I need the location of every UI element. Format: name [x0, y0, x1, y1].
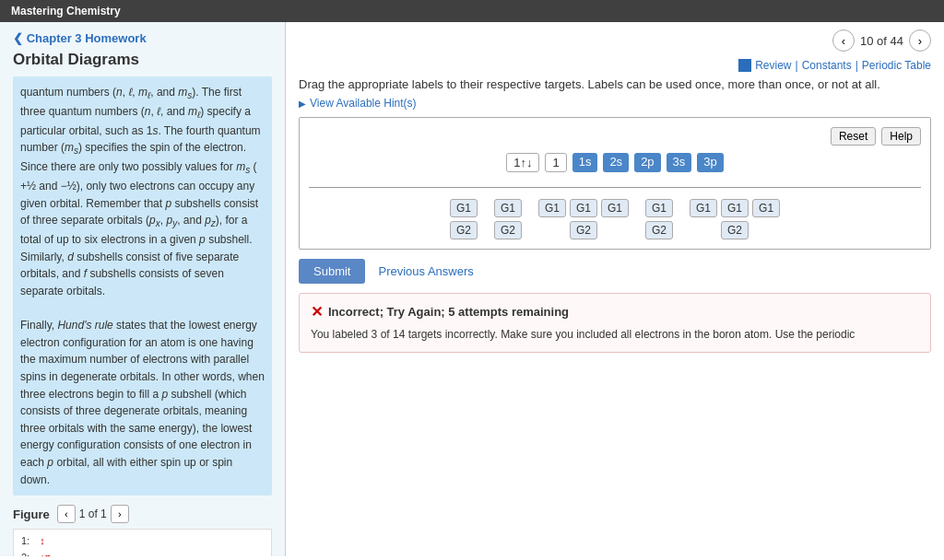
chapter-link[interactable]: Chapter 3 Homework [13, 31, 272, 45]
right-panel: ‹ 10 of 44 › Review | Constants | Period… [286, 22, 944, 556]
drop-col-1: G1 G2 [450, 199, 478, 239]
content-text: quantum numbers (n, ℓ, mℓ, and ms). The … [13, 76, 272, 496]
figure-row: 1: ↕ [21, 533, 264, 550]
right-top-bar: ‹ 10 of 44 › [299, 29, 931, 52]
submit-row: Submit Previous Answers [299, 259, 931, 284]
drop-box-g2-3[interactable]: G2 [570, 221, 597, 239]
pagination: ‹ 10 of 44 › [832, 29, 931, 52]
drag-top-btns: Reset Help [309, 127, 921, 146]
drop-box-g2-1[interactable]: G2 [450, 221, 478, 239]
drop-box-g2-5[interactable]: G2 [721, 221, 749, 239]
figure-header: Figure ‹ 1 of 1 › [13, 505, 272, 523]
label-chip-1s[interactable]: 1s [572, 153, 598, 172]
drop-box-g1-3c[interactable]: G1 [601, 199, 629, 217]
drop-box-g1-3a[interactable]: G1 [538, 199, 566, 217]
drag-area: Reset Help 1↑↓ 1 1s 2s 2p 3s 3p G1 G2 [299, 117, 931, 250]
hint-link-text: View Available Hint(s) [310, 97, 417, 110]
drop-col-5-g1-row: G1 G1 G1 [690, 199, 780, 217]
drop-col-4: G1 G2 [645, 199, 673, 239]
drop-col-3-g2-row: G2 [570, 221, 597, 239]
error-box: ✕ Incorrect; Try Again; 5 attempts remai… [299, 293, 931, 353]
review-link[interactable]: Review [755, 59, 791, 72]
submit-button[interactable]: Submit [299, 259, 365, 284]
labels-row: 1↑↓ 1 1s 2s 2p 3s 3p [309, 153, 921, 172]
drop-col-3-g1-row: G1 G1 G1 [538, 199, 629, 217]
help-button[interactable]: Help [881, 127, 921, 146]
review-links: Review | Constants | Periodic Table [738, 59, 931, 72]
drop-area: G1 G2 G1 G2 G1 G1 G1 G2 [309, 187, 921, 239]
label-chip-1l[interactable]: 1↑↓ [506, 153, 539, 172]
drop-box-g1-5a[interactable]: G1 [690, 199, 717, 217]
figure-nav: ‹ 1 of 1 › [57, 505, 129, 523]
top-bar: Mastering Chemistry [0, 0, 944, 22]
drop-box-g1-1[interactable]: G1 [450, 199, 478, 217]
constants-link[interactable]: Constants [802, 59, 852, 72]
label-chip-3p[interactable]: 3p [697, 153, 723, 172]
figure-row: 2: ↕p [21, 550, 264, 556]
drop-box-g1-4[interactable]: G1 [645, 199, 673, 217]
drop-col-2: G1 G2 [494, 199, 522, 239]
label-chip-1[interactable]: 1 [545, 153, 566, 172]
drop-box-g1-2[interactable]: G1 [494, 199, 522, 217]
figure-nav-label: 1 of 1 [79, 508, 107, 520]
review-links-row: Review | Constants | Periodic Table [299, 59, 931, 72]
app-title: Mastering Chemistry [11, 5, 121, 18]
drop-col-5: G1 G1 G1 G2 [690, 199, 780, 239]
drop-box-g2-2[interactable]: G2 [494, 221, 522, 239]
drop-box-g1-5c[interactable]: G1 [752, 199, 780, 217]
drop-col-5-g2-row: G2 [721, 221, 749, 239]
drop-box-g1-5b[interactable]: G1 [721, 199, 749, 217]
drop-col-3: G1 G1 G1 G2 [538, 199, 629, 239]
question-instruction: Drag the appropriate labels to their res… [299, 77, 931, 91]
previous-answers-link[interactable]: Previous Answers [378, 264, 473, 278]
reset-button[interactable]: Reset [831, 127, 876, 146]
error-title: ✕ Incorrect; Try Again; 5 attempts remai… [311, 303, 919, 321]
section-title: Orbital Diagrams [13, 51, 272, 69]
hint-link[interactable]: View Available Hint(s) [299, 97, 931, 110]
figure-next-btn[interactable]: › [111, 505, 129, 523]
figure-prev-btn[interactable]: ‹ [57, 505, 76, 523]
figure-title: Figure [13, 508, 50, 521]
figure-image: 1: ↕ 2: ↕p 3: ↕pd 4: ↕pdf 5: ↕pf d 6: ↕p… [13, 529, 272, 556]
label-chip-3s[interactable]: 3s [667, 153, 692, 172]
periodic-table-link[interactable]: Periodic Table [862, 59, 931, 72]
figure-section: Figure ‹ 1 of 1 › 1: ↕ 2: ↕p 3: ↕pd [13, 505, 272, 556]
error-text: You labeled 3 of 14 targets incorrectly.… [311, 326, 919, 343]
error-icon: ✕ [311, 303, 323, 321]
pagination-prev-btn[interactable]: ‹ [832, 29, 855, 52]
error-title-text: Incorrect; Try Again; 5 attempts remaini… [328, 305, 569, 319]
review-icon [738, 59, 751, 72]
drop-box-g1-3b[interactable]: G1 [570, 199, 597, 217]
main-layout: Chapter 3 Homework Orbital Diagrams quan… [0, 22, 944, 556]
label-chip-2p[interactable]: 2p [634, 153, 660, 172]
label-chip-2s[interactable]: 2s [603, 153, 629, 172]
left-panel: Chapter 3 Homework Orbital Diagrams quan… [0, 22, 286, 556]
drop-box-g2-4[interactable]: G2 [645, 221, 673, 239]
pagination-label: 10 of 44 [860, 34, 903, 48]
pagination-next-btn[interactable]: › [909, 29, 931, 52]
